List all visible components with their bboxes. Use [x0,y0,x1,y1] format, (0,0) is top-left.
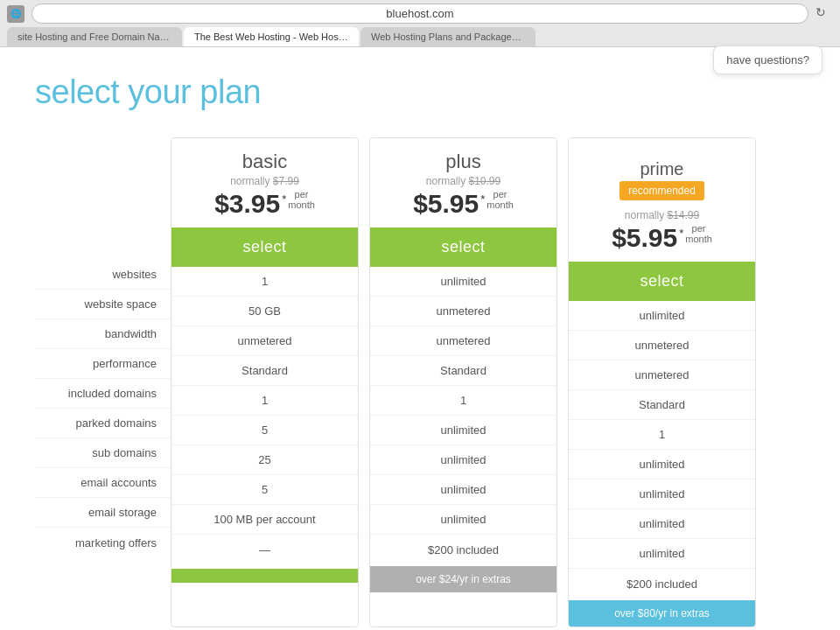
basic-email-accounts: 5 [172,475,358,505]
prime-email-accounts: unlimited [569,509,755,539]
prime-sub-domains: unlimited [569,480,755,509]
tab-1[interactable]: site Hosting and Free Domain Name [7,27,182,46]
plus-websites: unlimited [370,267,556,297]
feature-label-sub-domains: sub domains [35,438,171,468]
prime-per-month: permonth [685,223,712,244]
browser-tabs: site Hosting and Free Domain Name The Be… [7,27,833,46]
plus-values: unlimited unmetered unmetered Standard 1… [370,267,556,564]
plus-bandwidth: unmetered [370,326,556,356]
plus-normal-price: normally $10.99 [379,175,548,187]
basic-per-month: permonth [288,189,315,210]
plus-name: plus [379,150,548,173]
plus-marketing-offers: $200 included [370,535,556,564]
plus-select-button[interactable]: select [370,228,556,267]
prime-price-row: $5.95 * permonth [578,223,746,253]
address-bar[interactable]: bluehost.com [32,4,808,24]
basic-parked-domains: 5 [172,416,358,445]
browser-top: 🌐 bluehost.com ↻ [7,4,833,27]
plan-plus: plus normally $10.99 $5.95 * permonth se… [369,137,557,627]
feature-label-marketing-offers: marketing offers [35,528,171,557]
plus-sub-domains: unlimited [370,445,556,475]
prime-parked-domains: unlimited [569,450,755,480]
basic-sub-domains: 25 [172,445,358,475]
basic-extras-button[interactable] [172,569,358,583]
plan-basic: basic normally $7.99 $3.95 * permonth se… [171,137,359,627]
plus-included-domains: 1 [370,386,556,416]
basic-asterisk: * [282,192,286,206]
feature-label-parked-domains: parked domains [35,409,171,438]
plan-prime: prime recommended normally $14.99 $5.95 … [568,137,756,627]
feature-labels: websites website space bandwidth perform… [35,137,171,627]
basic-website-space: 50 GB [172,297,358,326]
feature-label-bandwidth: bandwidth [35,319,171,349]
basic-bandwidth: unmetered [172,326,358,356]
prime-asterisk: * [679,227,683,240]
prime-marketing-offers: $200 included [569,569,755,598]
prime-name: prime [578,150,746,181]
prime-website-space: unmetered [569,331,755,360]
prime-included-domains: 1 [569,420,755,450]
plus-website-space: unmetered [370,297,556,326]
basic-name: basic [180,150,349,173]
feature-label-websites: websites [35,260,171,290]
recommended-badge: recommended [620,181,704,200]
basic-header: basic normally $7.99 $3.95 * permonth [172,138,358,228]
plus-per-month: permonth [486,189,514,210]
refresh-button[interactable]: ↻ [816,5,833,23]
feature-label-email-storage: email storage [35,498,171,528]
basic-marketing-offers: — [172,535,358,564]
basic-email-storage: 100 MB per account [172,505,358,535]
help-bubble[interactable]: have questions? [713,46,822,74]
tab-3[interactable]: Web Hosting Plans and Packages - Web Hos… [360,27,536,46]
browser-chrome: 🌐 bluehost.com ↻ site Hosting and Free D… [0,0,840,47]
plus-price: $5.95 [413,189,479,219]
prime-email-storage: unlimited [569,539,755,569]
prime-bandwidth: unmetered [569,360,755,390]
feature-label-website-space: website space [35,290,171,319]
prime-performance: Standard [569,390,755,420]
prime-websites: unlimited [569,301,755,331]
plus-price-row: $5.95 * permonth [379,189,548,219]
browser-icon: 🌐 [7,5,24,23]
feature-label-performance: performance [35,349,171,379]
basic-select-button[interactable]: select [172,228,358,267]
prime-normal-price: normally $14.99 [578,209,746,221]
basic-price-row: $3.95 * permonth [180,189,349,219]
plans-wrapper: websites website space bandwidth perform… [35,137,805,627]
feature-label-included-domains: included domains [35,379,171,409]
basic-performance: Standard [172,356,358,386]
basic-price: $3.95 [214,189,280,219]
tab-2[interactable]: The Best Web Hosting - Web Hosting Servi… [184,27,359,46]
prime-values: unlimited unmetered unmetered Standard 1… [569,301,755,598]
plus-parked-domains: unlimited [370,416,556,445]
basic-values: 1 50 GB unmetered Standard 1 5 25 5 100 … [172,267,358,564]
prime-extras-button[interactable]: over $80/yr in extras [569,600,755,626]
plus-email-storage: unlimited [370,505,556,535]
page-title: select your plan [35,74,805,111]
basic-normal-price: normally $7.99 [180,175,349,187]
prime-select-button[interactable]: select [569,262,755,301]
prime-header: prime recommended normally $14.99 $5.95 … [569,138,755,262]
plus-asterisk: * [480,192,485,206]
plus-header: plus normally $10.99 $5.95 * permonth [370,138,556,228]
basic-included-domains: 1 [172,386,358,416]
feature-label-email-accounts: email accounts [35,468,171,498]
plus-email-accounts: unlimited [370,475,556,505]
plus-performance: Standard [370,356,556,386]
page-content: select your plan websites website space … [0,47,840,630]
basic-websites: 1 [172,267,358,297]
prime-price: $5.95 [612,223,677,253]
plus-extras-button[interactable]: over $24/yr in extras [370,566,556,592]
